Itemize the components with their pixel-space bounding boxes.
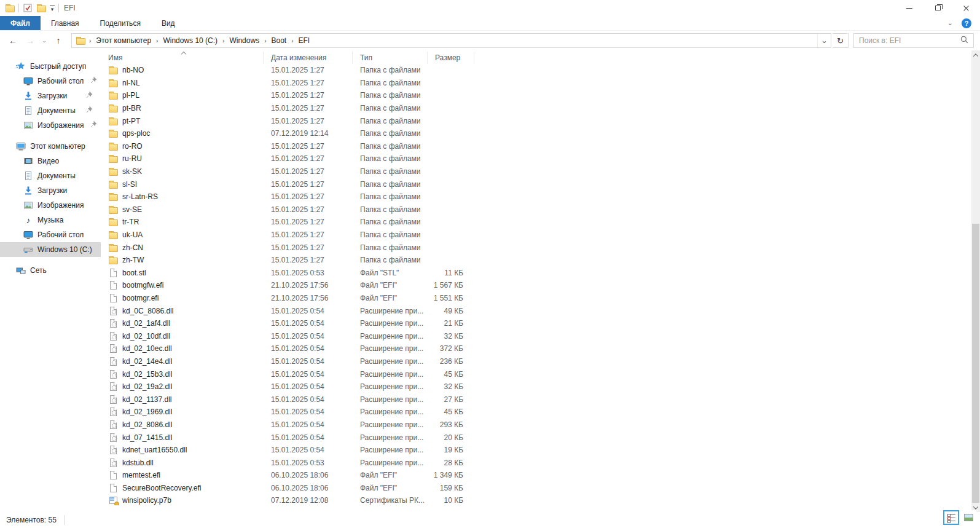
folder-row[interactable]: zh-TW15.01.2025 1:27Папка с файлами: [101, 254, 971, 267]
breadcrumb-item[interactable]: Windows 10 (C:): [159, 34, 221, 47]
ribbon-collapse-icon[interactable]: ⌄: [947, 19, 953, 27]
file-name-cell[interactable]: kd_02_10df.dll: [101, 331, 264, 341]
file-name-cell[interactable]: boot.stl: [101, 268, 264, 278]
back-button[interactable]: ←: [5, 33, 21, 48]
file-name-cell[interactable]: kd_02_14e4.dll: [101, 357, 264, 366]
vertical-scrollbar[interactable]: [971, 50, 980, 512]
folder-row[interactable]: ru-RU15.01.2025 1:27Папка с файлами: [101, 152, 971, 165]
address-bar[interactable]: › Этот компьютер›Windows 10 (C:)›Windows…: [71, 33, 831, 48]
file-name-cell[interactable]: SecureBootRecovery.efi: [101, 483, 264, 493]
file-name-cell[interactable]: kd_02_1137.dll: [101, 395, 264, 404]
file-name-cell[interactable]: zh-TW: [101, 255, 264, 265]
thumbnails-view-button[interactable]: [960, 510, 976, 525]
scroll-up-button[interactable]: [971, 50, 980, 60]
folder-row[interactable]: sr-Latn-RS15.01.2025 1:27Папка с файлами: [101, 191, 971, 203]
file-name-cell[interactable]: bootmgr.efi: [101, 293, 264, 303]
file-name-cell[interactable]: kdnet_uart16550.dll: [101, 445, 264, 455]
file-name-cell[interactable]: ru-RU: [101, 154, 264, 164]
qat-customize-button[interactable]: ▾: [50, 6, 55, 11]
file-row[interactable]: SecureBootRecovery.efi06.10.2025 18:06Фа…: [101, 482, 971, 495]
file-row[interactable]: bootmgr.efi21.10.2025 17:56Файл "EFI"1 5…: [101, 292, 971, 305]
file-name-cell[interactable]: sk-SK: [101, 167, 264, 176]
new-folder-icon[interactable]: [36, 3, 46, 13]
file-name-cell[interactable]: kd_02_15b3.dll: [101, 369, 264, 379]
file-row[interactable]: kdnet_uart16550.dll15.01.2025 0:54Расшир…: [101, 444, 971, 457]
sidebar-item[interactable]: Видео: [0, 154, 101, 168]
file-row[interactable]: kd_02_14e4.dll15.01.2025 0:54Расширение …: [101, 355, 971, 368]
address-dropdown-button[interactable]: ⌄: [817, 34, 831, 47]
sidebar-item[interactable]: Рабочий стол: [0, 227, 101, 242]
search-input[interactable]: [854, 36, 960, 45]
file-name-cell[interactable]: memtest.efi: [101, 470, 264, 480]
folder-row[interactable]: zh-CN15.01.2025 1:27Папка с файлами: [101, 241, 971, 254]
folder-row[interactable]: pt-BR15.01.2025 1:27Папка с файлами: [101, 102, 971, 115]
file-name-cell[interactable]: pt-PT: [101, 116, 264, 126]
file-name-cell[interactable]: sr-Latn-RS: [101, 192, 264, 202]
file-row[interactable]: kd_02_8086.dll15.01.2025 0:54Расширение …: [101, 419, 971, 431]
file-name-cell[interactable]: tr-TR: [101, 217, 264, 227]
file-name-cell[interactable]: kdstub.dll: [101, 458, 264, 468]
file-name-cell[interactable]: pt-BR: [101, 103, 264, 113]
folder-row[interactable]: pt-PT15.01.2025 1:27Папка с файлами: [101, 114, 971, 127]
properties-icon[interactable]: [23, 3, 33, 13]
breadcrumb-item[interactable]: Boot: [267, 34, 290, 47]
column-header-type[interactable]: Тип: [353, 52, 428, 64]
file-name-cell[interactable]: kd_02_19a2.dll: [101, 382, 264, 392]
file-name-cell[interactable]: pl-PL: [101, 90, 264, 100]
file-row[interactable]: kd_02_19a2.dll15.01.2025 0:54Расширение …: [101, 380, 971, 393]
sidebar-item[interactable]: Документы: [0, 168, 101, 183]
sidebar-item[interactable]: Рабочий стол: [0, 74, 101, 89]
file-row[interactable]: kd_0C_8086.dll15.01.2025 0:54Расширение …: [101, 304, 971, 317]
sidebar-section-network[interactable]: Сеть: [0, 263, 101, 278]
tab-файл[interactable]: Файл: [0, 16, 41, 30]
file-row[interactable]: boot.stl15.01.2025 0:53Файл "STL"11 КБ: [101, 267, 971, 280]
column-header-date[interactable]: Дата изменения: [264, 52, 353, 64]
column-header-name[interactable]: Имя: [101, 52, 264, 64]
file-name-cell[interactable]: nl-NL: [101, 78, 264, 88]
file-row[interactable]: kd_02_1137.dll15.01.2025 0:54Расширение …: [101, 393, 971, 406]
scrollbar-thumb[interactable]: [972, 224, 979, 503]
breadcrumb-item[interactable]: Этот компьютер: [92, 34, 155, 47]
sidebar-item[interactable]: ♪Музыка: [0, 213, 101, 227]
scrollbar-track[interactable]: [971, 60, 980, 503]
sidebar-item[interactable]: Изображения: [0, 118, 101, 133]
breadcrumb-item[interactable]: Windows: [225, 34, 263, 47]
forward-button[interactable]: →: [22, 33, 38, 48]
up-button[interactable]: ↑: [50, 33, 66, 48]
file-name-cell[interactable]: kd_02_8086.dll: [101, 420, 264, 430]
folder-row[interactable]: nl-NL15.01.2025 1:27Папка с файлами: [101, 77, 971, 90]
file-row[interactable]: kdstub.dll15.01.2025 0:53Расширение при.…: [101, 456, 971, 469]
restore-button[interactable]: [923, 0, 952, 16]
search-icon[interactable]: [960, 36, 968, 45]
file-row[interactable]: kd_02_10ec.dll15.01.2025 0:54Расширение …: [101, 342, 971, 355]
file-row[interactable]: kd_02_15b3.dll15.01.2025 0:54Расширение …: [101, 368, 971, 380]
file-row[interactable]: bootmgfw.efi21.10.2025 17:56Файл "EFI"1 …: [101, 279, 971, 292]
file-name-cell[interactable]: sl-SI: [101, 179, 264, 189]
file-row[interactable]: memtest.efi06.10.2025 18:06Файл "EFI"1 3…: [101, 469, 971, 482]
folder-row[interactable]: tr-TR15.01.2025 1:27Папка с файлами: [101, 216, 971, 229]
folder-row[interactable]: uk-UA15.01.2025 1:27Папка с файлами: [101, 229, 971, 242]
recent-locations-button[interactable]: ⌄: [39, 33, 49, 48]
file-row[interactable]: kd_02_1af4.dll15.01.2025 0:54Расширение …: [101, 317, 971, 330]
sidebar-item[interactable]: Windows 10 (C:): [0, 242, 101, 257]
file-name-cell[interactable]: winsipolicy.p7b: [101, 495, 264, 505]
folder-row[interactable]: sl-SI15.01.2025 1:27Папка с файлами: [101, 178, 971, 191]
details-view-button[interactable]: [943, 510, 959, 525]
file-name-cell[interactable]: kd_02_10ec.dll: [101, 344, 264, 353]
file-name-cell[interactable]: sv-SE: [101, 205, 264, 215]
tab-главная[interactable]: Главная: [41, 16, 90, 30]
file-name-cell[interactable]: ro-RO: [101, 141, 264, 151]
file-name-cell[interactable]: qps-ploc: [101, 128, 264, 138]
folder-row[interactable]: ro-RO15.01.2025 1:27Папка с файлами: [101, 140, 971, 153]
minimize-button[interactable]: [895, 0, 923, 16]
file-name-cell[interactable]: kd_0C_8086.dll: [101, 306, 264, 316]
file-name-cell[interactable]: uk-UA: [101, 230, 264, 240]
close-button[interactable]: [952, 0, 980, 16]
file-row[interactable]: kd_02_10df.dll15.01.2025 0:54Расширение …: [101, 329, 971, 342]
file-name-cell[interactable]: kd_02_1af4.dll: [101, 318, 264, 328]
sidebar-item[interactable]: Загрузки: [0, 183, 101, 198]
sidebar-section-this-pc[interactable]: Этот компьютер: [0, 139, 101, 154]
file-name-cell[interactable]: kd_02_1969.dll: [101, 407, 264, 417]
help-icon[interactable]: ?: [962, 18, 971, 28]
folder-row[interactable]: pl-PL15.01.2025 1:27Папка с файлами: [101, 89, 971, 102]
